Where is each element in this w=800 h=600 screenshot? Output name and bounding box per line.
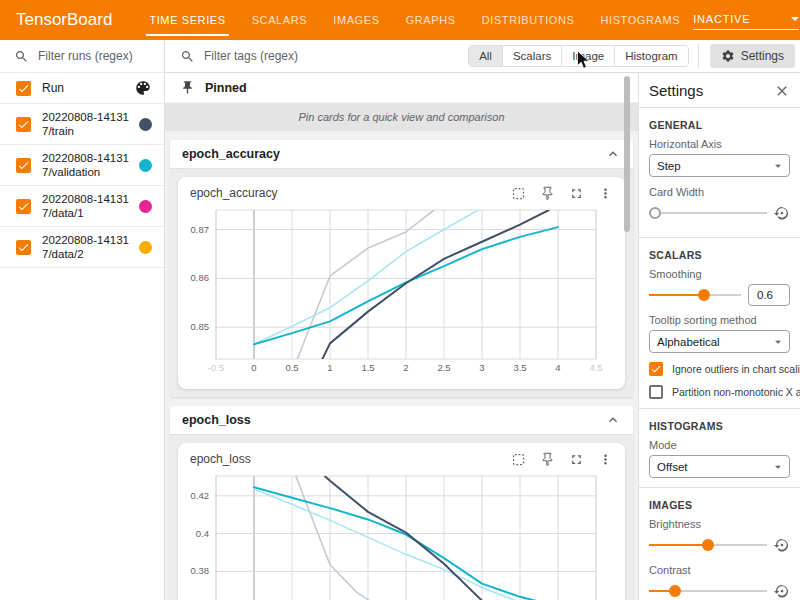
run-row-data-1[interactable]: 20220808-141317/data/1	[0, 186, 164, 227]
horizontal-axis-select[interactable]: Step	[649, 154, 790, 177]
toolbar-divider	[698, 44, 699, 68]
settings-button[interactable]: Settings	[710, 44, 795, 68]
filter-image-button[interactable]: Image	[562, 46, 615, 66]
slider-thumb[interactable]	[702, 539, 714, 551]
run-checkbox[interactable]	[16, 158, 31, 173]
pin-icon[interactable]	[540, 186, 555, 201]
palette-icon[interactable]	[134, 79, 152, 97]
card-title: epoch_loss	[190, 452, 511, 466]
brightness-label: Brightness	[649, 518, 790, 530]
fit-to-data-icon[interactable]	[511, 186, 526, 201]
pinned-empty-hint: Pin cards for a quick view and compariso…	[165, 103, 638, 131]
nav-tabs: TIME SERIES SCALARS IMAGES GRAPHS DISTRI…	[136, 0, 693, 40]
reset-icon[interactable]	[774, 583, 790, 599]
app-header: TensorBoard TIME SERIES SCALARS IMAGES G…	[0, 0, 800, 40]
card-width-slider-row	[649, 202, 790, 224]
smoothing-value-input[interactable]: 0.6	[748, 284, 790, 306]
search-icon	[180, 49, 195, 64]
fullscreen-icon[interactable]	[569, 452, 584, 467]
smoothing-slider-row: 0.6	[649, 284, 790, 306]
run-checkbox[interactable]	[16, 240, 31, 255]
section-header-epoch-loss[interactable]: epoch_loss	[170, 406, 633, 434]
contrast-slider[interactable]	[649, 585, 767, 597]
fullscreen-icon[interactable]	[569, 186, 584, 201]
run-color-dot[interactable]	[139, 118, 152, 131]
kebab-menu-icon[interactable]	[598, 186, 613, 201]
svg-text:2.5: 2.5	[437, 362, 450, 373]
card-header: epoch_loss	[190, 447, 613, 471]
smoothing-slider[interactable]	[649, 289, 741, 301]
divider	[639, 408, 800, 409]
fit-to-data-icon[interactable]	[511, 452, 526, 467]
histograms-heading: HISTOGRAMS	[649, 420, 790, 432]
section-header-epoch-accuracy[interactable]: epoch_accuracy	[170, 140, 633, 168]
svg-text:0.38: 0.38	[191, 565, 210, 576]
tab-graphs[interactable]: GRAPHS	[393, 0, 469, 40]
run-checkbox[interactable]	[16, 199, 31, 214]
slider-thumb[interactable]	[669, 585, 681, 597]
close-icon[interactable]	[774, 83, 790, 99]
run-name: 20220808-141317/train	[42, 110, 133, 138]
histogram-mode-select[interactable]: Offset	[649, 455, 790, 478]
chevron-down-icon	[771, 335, 785, 349]
tags-toolbar: All Scalars Image Histogram Settings	[165, 40, 800, 73]
tab-images[interactable]: IMAGES	[320, 0, 392, 40]
ignore-outliers-row: Ignore outliers in chart scaling	[649, 362, 790, 376]
filter-tags-input[interactable]	[204, 49, 468, 63]
section-body: epoch_loss 0.360.380.40.42	[170, 434, 633, 600]
scalar-card-epoch-accuracy: epoch_accuracy 0.850.860.8700.511.522.53…	[178, 177, 625, 389]
reset-icon[interactable]	[774, 537, 790, 553]
filter-scalars-button[interactable]: Scalars	[503, 46, 562, 66]
filter-all-button[interactable]: All	[469, 46, 503, 66]
svg-text:0.42: 0.42	[191, 490, 210, 501]
card-width-slider[interactable]	[649, 207, 767, 219]
pin-icon[interactable]	[540, 452, 555, 467]
partition-x-axis-checkbox[interactable]	[649, 385, 663, 399]
section-title: epoch_accuracy	[182, 147, 280, 161]
epoch-loss-chart[interactable]: 0.360.380.40.42	[190, 471, 613, 600]
tooltip-sorting-select[interactable]: Alphabetical	[649, 330, 790, 353]
section-epoch-loss: epoch_loss epoch_loss 0.360.380.40.42	[170, 406, 633, 600]
run-color-dot[interactable]	[139, 200, 152, 213]
tab-distributions[interactable]: DISTRIBUTIONS	[469, 0, 588, 40]
horizontal-axis-label: Horizontal Axis	[649, 138, 790, 150]
tab-histograms[interactable]: HISTOGRAMS	[587, 0, 693, 40]
tab-scalars[interactable]: SCALARS	[239, 0, 321, 40]
settings-panel: Settings GENERAL Horizontal Axis Step Ca…	[638, 73, 800, 600]
run-row-data-2[interactable]: 20220808-141317/data/2	[0, 227, 164, 268]
svg-text:3.5: 3.5	[513, 362, 526, 373]
reset-icon[interactable]	[774, 205, 790, 221]
section-title: epoch_loss	[182, 413, 251, 427]
filter-runs-input[interactable]	[38, 49, 156, 63]
search-icon	[14, 49, 29, 64]
filter-runs-row	[0, 40, 164, 73]
scrollbar-thumb[interactable]	[624, 76, 630, 232]
run-row-train[interactable]: 20220808-141317/train	[0, 104, 164, 145]
slider-thumb[interactable]	[698, 289, 710, 301]
brightness-slider-row	[649, 534, 790, 556]
run-header-row: Run	[0, 73, 164, 104]
chevron-down-icon	[791, 17, 799, 21]
histogram-mode-label: Mode	[649, 439, 790, 451]
run-color-dot[interactable]	[139, 159, 152, 172]
pinned-title: Pinned	[205, 81, 247, 95]
ignore-outliers-checkbox[interactable]	[649, 362, 663, 376]
slider-thumb[interactable]	[649, 207, 661, 219]
svg-text:2: 2	[403, 362, 408, 373]
header-actions: INACTIVE	[693, 7, 800, 33]
svg-text:4.5: 4.5	[589, 362, 602, 373]
chevron-up-icon[interactable]	[605, 412, 621, 428]
run-color-dot[interactable]	[139, 241, 152, 254]
select-all-runs-checkbox[interactable]	[16, 81, 31, 96]
tab-time-series[interactable]: TIME SERIES	[136, 0, 238, 40]
chevron-up-icon[interactable]	[605, 146, 621, 162]
run-row-validation[interactable]: 20220808-141317/validation	[0, 145, 164, 186]
run-checkbox[interactable]	[16, 117, 31, 132]
filter-histogram-button[interactable]: Histogram	[615, 46, 687, 66]
reload-status-select[interactable]: INACTIVE	[693, 10, 799, 30]
svg-text:0.5: 0.5	[285, 362, 298, 373]
epoch-accuracy-chart[interactable]: 0.850.860.8700.511.522.533.54-0.54.5	[190, 205, 613, 381]
kebab-menu-icon[interactable]	[598, 452, 613, 467]
brightness-slider[interactable]	[649, 539, 767, 551]
contrast-slider-row	[649, 580, 790, 600]
